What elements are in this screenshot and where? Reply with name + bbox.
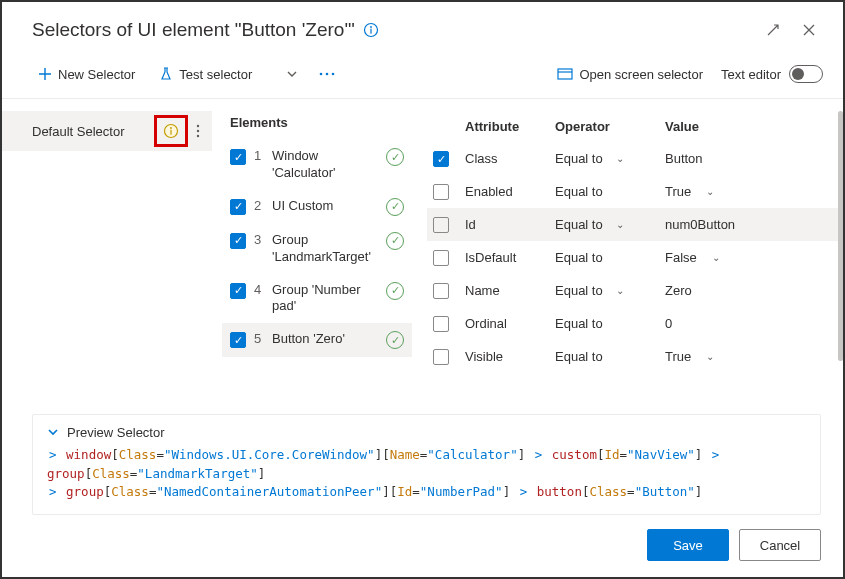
text-editor-toggle[interactable] xyxy=(789,65,823,83)
valid-icon xyxy=(386,198,404,216)
attribute-name: Ordinal xyxy=(465,316,545,331)
value-cell[interactable]: False ⌄ xyxy=(665,250,833,265)
svg-point-4 xyxy=(326,73,329,76)
attribute-row[interactable]: VisibleEqual toTrue ⌄ xyxy=(427,340,839,373)
checkbox[interactable] xyxy=(433,250,449,266)
warning-highlight xyxy=(154,115,188,147)
chevron-down-icon: ⌄ xyxy=(616,285,624,296)
value-cell[interactable]: Button xyxy=(665,151,833,166)
attributes-header: Attribute Operator Value xyxy=(427,111,839,142)
attribute-name: Enabled xyxy=(465,184,545,199)
element-row[interactable]: 1Window 'Calculator' xyxy=(222,140,412,190)
cancel-button[interactable]: Cancel xyxy=(739,529,821,561)
element-name: Button 'Zero' xyxy=(272,331,378,348)
checkbox[interactable] xyxy=(433,184,449,200)
attribute-row[interactable]: IdEqual to ⌄num0Button xyxy=(427,208,839,241)
col-value: Value xyxy=(665,119,833,134)
chevron-down-icon: ⌄ xyxy=(616,219,624,230)
element-name: UI Custom xyxy=(272,198,378,215)
flask-icon xyxy=(159,67,173,81)
value-cell[interactable]: 0 xyxy=(665,316,833,331)
preview-heading: Preview Selector xyxy=(67,425,165,440)
checkbox[interactable] xyxy=(433,349,449,365)
new-selector-label: New Selector xyxy=(58,67,135,82)
value-cell[interactable]: Zero xyxy=(665,283,833,298)
attribute-row[interactable]: OrdinalEqual to0 xyxy=(427,307,839,340)
checkbox[interactable] xyxy=(433,316,449,332)
attribute-row[interactable]: NameEqual to ⌄Zero xyxy=(427,274,839,307)
operator-dropdown[interactable]: Equal to xyxy=(555,184,655,199)
dialog-footer: Save Cancel xyxy=(2,515,843,577)
sidebar-item-more-icon[interactable] xyxy=(192,124,204,138)
elements-column: Elements 1Window 'Calculator'2UI Custom3… xyxy=(212,99,412,408)
svg-point-3 xyxy=(320,73,323,76)
open-screen-selector-button[interactable]: Open screen selector xyxy=(551,63,709,86)
close-icon[interactable] xyxy=(795,16,823,44)
operator-dropdown[interactable]: Equal to xyxy=(555,316,655,331)
svg-rect-6 xyxy=(558,69,572,79)
dialog-title: Selectors of UI element "Button 'Zero'" xyxy=(32,19,355,41)
chevron-down-icon: ⌄ xyxy=(706,186,714,197)
checkbox[interactable] xyxy=(230,283,246,299)
attribute-name: IsDefault xyxy=(465,250,545,265)
col-operator: Operator xyxy=(555,119,655,134)
preview-toggle[interactable]: Preview Selector xyxy=(47,425,806,440)
checkbox[interactable] xyxy=(230,332,246,348)
save-button[interactable]: Save xyxy=(647,529,729,561)
element-name: Window 'Calculator' xyxy=(272,148,378,182)
value-cell[interactable]: True ⌄ xyxy=(665,349,833,364)
test-selector-chevron-icon[interactable] xyxy=(283,60,301,88)
operator-dropdown[interactable]: Equal to ⌄ xyxy=(555,217,655,232)
chevron-down-icon xyxy=(47,426,59,438)
checkbox[interactable] xyxy=(230,233,246,249)
operator-dropdown[interactable]: Equal to ⌄ xyxy=(555,151,655,166)
attribute-row[interactable]: ClassEqual to ⌄Button xyxy=(427,142,839,175)
value-cell[interactable]: num0Button xyxy=(665,217,833,232)
preview-body: > window[Class="Windows.UI.Core.CoreWind… xyxy=(47,446,806,502)
checkbox[interactable] xyxy=(230,199,246,215)
element-row[interactable]: 2UI Custom xyxy=(222,190,412,224)
attribute-row[interactable]: EnabledEqual toTrue ⌄ xyxy=(427,175,839,208)
new-selector-button[interactable]: New Selector xyxy=(32,63,141,86)
valid-icon xyxy=(386,331,404,349)
attribute-name: Name xyxy=(465,283,545,298)
valid-icon xyxy=(386,282,404,300)
checkbox[interactable] xyxy=(433,283,449,299)
svg-rect-10 xyxy=(170,130,171,135)
svg-point-11 xyxy=(197,125,199,127)
valid-icon xyxy=(386,148,404,166)
attributes-column: Attribute Operator Value ClassEqual to ⌄… xyxy=(412,99,843,408)
chevron-down-icon: ⌄ xyxy=(706,351,714,362)
element-index: 4 xyxy=(254,282,264,297)
scrollbar[interactable] xyxy=(838,111,843,361)
element-row[interactable]: 5Button 'Zero' xyxy=(222,323,412,357)
info-icon[interactable] xyxy=(363,22,379,38)
text-editor-label: Text editor xyxy=(721,67,781,82)
svg-point-9 xyxy=(170,127,172,129)
operator-dropdown[interactable]: Equal to xyxy=(555,250,655,265)
plus-icon xyxy=(38,67,52,81)
chevron-down-icon: ⌄ xyxy=(712,252,720,263)
element-name: Group 'Number pad' xyxy=(272,282,378,316)
checkbox[interactable] xyxy=(230,149,246,165)
test-selector-label: Test selector xyxy=(179,67,252,82)
sidebar-item-default-selector[interactable]: Default Selector xyxy=(2,111,212,151)
restore-icon[interactable] xyxy=(759,16,787,44)
attribute-name: Class xyxy=(465,151,545,166)
attribute-row[interactable]: IsDefaultEqual toFalse ⌄ xyxy=(427,241,839,274)
warning-icon xyxy=(163,123,179,139)
test-selector-button[interactable]: Test selector xyxy=(153,63,258,86)
checkbox[interactable] xyxy=(433,151,449,167)
element-row[interactable]: 3Group 'LandmarkTarget' xyxy=(222,224,412,274)
value-cell[interactable]: True ⌄ xyxy=(665,184,833,199)
element-row[interactable]: 4Group 'Number pad' xyxy=(222,274,412,324)
attribute-name: Id xyxy=(465,217,545,232)
operator-dropdown[interactable]: Equal to ⌄ xyxy=(555,283,655,298)
svg-point-1 xyxy=(370,26,372,28)
checkbox[interactable] xyxy=(433,217,449,233)
operator-dropdown[interactable]: Equal to xyxy=(555,349,655,364)
svg-rect-2 xyxy=(370,29,371,34)
more-icon[interactable] xyxy=(313,60,341,88)
open-screen-selector-label: Open screen selector xyxy=(579,67,703,82)
attribute-name: Visible xyxy=(465,349,545,364)
